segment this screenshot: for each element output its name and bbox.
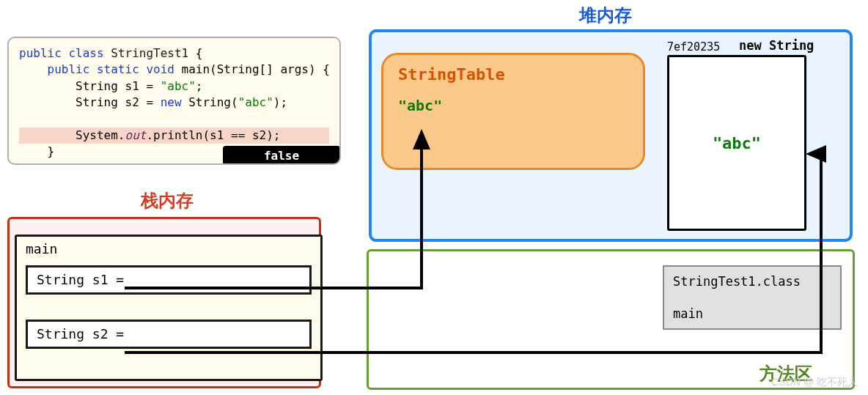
string-literal: "abc"	[238, 95, 273, 109]
string-table-title: StringTable	[398, 65, 628, 84]
field-ref: out	[125, 128, 147, 142]
method-sig: main(String[] args) {	[174, 62, 330, 76]
class-method-name: main	[673, 306, 831, 321]
keyword: new	[161, 95, 182, 109]
string-table: StringTable "abc"	[381, 53, 645, 170]
new-string-object: "abc"	[667, 55, 806, 231]
keyword: public	[19, 46, 62, 60]
var-label: String s1 =	[37, 272, 124, 287]
new-string-value: "abc"	[713, 134, 761, 152]
variable-s2: String s2 =	[26, 320, 312, 349]
code-text: String s1 =	[19, 79, 161, 93]
watermark: CSDN @ 吃不死人	[771, 376, 858, 389]
string-literal: "abc"	[161, 79, 196, 93]
new-string-label: new String	[739, 38, 814, 53]
object-address: 7ef20235	[667, 40, 720, 53]
indent	[19, 62, 48, 76]
code-line: public static void main(String[] args) {	[19, 62, 329, 78]
keyword: public static void	[48, 62, 174, 76]
code-line-highlight: System.out.println(s1 == s2);	[19, 128, 329, 144]
code-line: String s1 = "abc";	[19, 78, 329, 95]
stack-frame-main: main String s1 = String s2 =	[15, 235, 323, 381]
semi: ;	[196, 79, 203, 93]
code-text: String(	[182, 95, 238, 109]
keyword: class	[68, 46, 103, 60]
class-name: StringTest1	[111, 46, 188, 60]
code-line: String s2 = new String("abc");	[19, 95, 329, 111]
brace: {	[188, 46, 202, 60]
class-file-box: StringTest1.class main	[663, 265, 842, 330]
code-block: public class StringTest1 { public static…	[7, 37, 341, 165]
variable-s1: String s1 =	[26, 265, 312, 295]
heap-memory-label: 堆内存	[579, 4, 632, 27]
brace: }	[19, 161, 26, 165]
code-text: .println(s1 == s2);	[146, 128, 280, 142]
class-file-name: StringTest1.class	[673, 274, 831, 289]
frame-name: main	[17, 237, 320, 256]
code-line: public class StringTest1 {	[19, 45, 329, 62]
stack-memory-label: 栈内存	[141, 189, 194, 213]
output-value: false	[223, 146, 340, 165]
code-line-blank	[19, 111, 329, 128]
brace: }	[19, 144, 54, 158]
code-text: System.	[19, 128, 125, 142]
semi: );	[273, 95, 287, 109]
code-text: String s2 =	[19, 95, 161, 109]
string-table-value: "abc"	[398, 97, 628, 114]
var-label: String s2 =	[37, 326, 124, 342]
